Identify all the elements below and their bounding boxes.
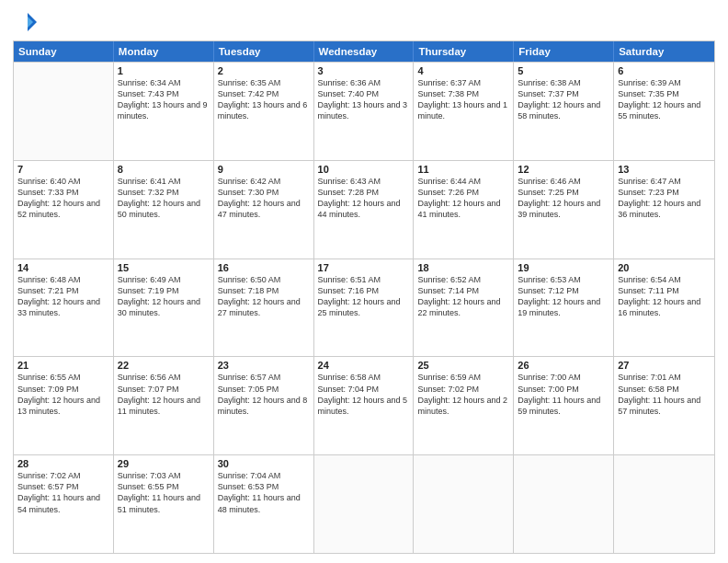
cell-info: Sunrise: 7:02 AMSunset: 6:57 PMDaylight:…: [17, 470, 109, 515]
cell-info: Sunrise: 6:40 AMSunset: 7:33 PMDaylight:…: [17, 176, 109, 221]
day-number: 4: [417, 65, 509, 76]
cell-info: Sunrise: 6:35 AMSunset: 7:42 PMDaylight:…: [218, 77, 310, 122]
cell-info: Sunrise: 7:00 AMSunset: 7:00 PMDaylight:…: [518, 372, 609, 417]
calendar-cell: 2Sunrise: 6:35 AMSunset: 7:42 PMDaylight…: [214, 63, 314, 160]
calendar-cell: 23Sunrise: 6:57 AMSunset: 7:05 PMDayligh…: [214, 357, 314, 454]
day-header-wednesday: Wednesday: [314, 41, 415, 62]
calendar-cell: 3Sunrise: 6:36 AMSunset: 7:40 PMDaylight…: [314, 63, 415, 160]
day-number: 8: [118, 164, 210, 175]
calendar-header: SundayMondayTuesdayWednesdayThursdayFrid…: [14, 41, 714, 62]
header: [13, 9, 715, 35]
cell-info: Sunrise: 6:58 AMSunset: 7:04 PMDaylight:…: [318, 372, 410, 417]
day-number: 30: [218, 458, 310, 469]
calendar-cell: 24Sunrise: 6:58 AMSunset: 7:04 PMDayligh…: [314, 357, 415, 454]
day-number: 18: [417, 262, 509, 273]
day-number: 14: [17, 262, 109, 273]
day-number: 3: [318, 65, 410, 76]
cell-info: Sunrise: 6:55 AMSunset: 7:09 PMDaylight:…: [17, 372, 109, 417]
cell-info: Sunrise: 6:39 AMSunset: 7:35 PMDaylight:…: [618, 77, 711, 122]
day-number: 1: [118, 65, 210, 76]
day-number: 20: [618, 262, 711, 273]
calendar-cell: 4Sunrise: 6:37 AMSunset: 7:38 PMDaylight…: [414, 63, 514, 160]
calendar-cell: 28Sunrise: 7:02 AMSunset: 6:57 PMDayligh…: [14, 455, 114, 553]
calendar-cell: 1Sunrise: 6:34 AMSunset: 7:43 PMDaylight…: [114, 63, 214, 160]
calendar-cell: [514, 455, 614, 553]
calendar-cell: [314, 455, 415, 553]
day-number: 7: [17, 164, 109, 175]
day-number: 15: [118, 262, 210, 273]
calendar-week-1: 1Sunrise: 6:34 AMSunset: 7:43 PMDaylight…: [14, 62, 714, 160]
day-header-tuesday: Tuesday: [214, 41, 314, 62]
cell-info: Sunrise: 6:52 AMSunset: 7:14 PMDaylight:…: [417, 274, 509, 319]
day-number: 24: [318, 360, 410, 371]
logo-icon: [13, 9, 39, 35]
day-number: 9: [218, 164, 310, 175]
day-number: 28: [17, 458, 109, 469]
day-number: 21: [17, 360, 109, 371]
day-number: 13: [618, 164, 711, 175]
cell-info: Sunrise: 6:49 AMSunset: 7:19 PMDaylight:…: [118, 274, 210, 319]
cell-info: Sunrise: 6:53 AMSunset: 7:12 PMDaylight:…: [518, 274, 609, 319]
calendar-cell: [14, 63, 114, 160]
calendar-week-4: 21Sunrise: 6:55 AMSunset: 7:09 PMDayligh…: [14, 356, 714, 454]
day-number: 16: [218, 262, 310, 273]
cell-info: Sunrise: 6:41 AMSunset: 7:32 PMDaylight:…: [118, 176, 210, 221]
day-number: 11: [417, 164, 509, 175]
calendar-cell: 12Sunrise: 6:46 AMSunset: 7:25 PMDayligh…: [514, 161, 614, 259]
calendar-week-5: 28Sunrise: 7:02 AMSunset: 6:57 PMDayligh…: [14, 454, 714, 553]
cell-info: Sunrise: 7:04 AMSunset: 6:53 PMDaylight:…: [218, 470, 310, 515]
calendar-cell: 29Sunrise: 7:03 AMSunset: 6:55 PMDayligh…: [114, 455, 214, 553]
calendar-week-3: 14Sunrise: 6:48 AMSunset: 7:21 PMDayligh…: [14, 259, 714, 357]
day-number: 6: [618, 65, 711, 76]
cell-info: Sunrise: 6:57 AMSunset: 7:05 PMDaylight:…: [218, 372, 310, 417]
day-number: 23: [218, 360, 310, 371]
cell-info: Sunrise: 6:59 AMSunset: 7:02 PMDaylight:…: [417, 372, 509, 417]
day-number: 27: [618, 360, 711, 371]
calendar-cell: 7Sunrise: 6:40 AMSunset: 7:33 PMDaylight…: [14, 161, 114, 259]
calendar-page: SundayMondayTuesdayWednesdayThursdayFrid…: [0, 0, 728, 563]
calendar-cell: 25Sunrise: 6:59 AMSunset: 7:02 PMDayligh…: [414, 357, 514, 454]
calendar-week-2: 7Sunrise: 6:40 AMSunset: 7:33 PMDaylight…: [14, 160, 714, 259]
day-number: 2: [218, 65, 310, 76]
calendar-cell: 17Sunrise: 6:51 AMSunset: 7:16 PMDayligh…: [314, 259, 415, 357]
day-number: 22: [118, 360, 210, 371]
day-number: 12: [518, 164, 609, 175]
calendar-cell: 9Sunrise: 6:42 AMSunset: 7:30 PMDaylight…: [214, 161, 314, 259]
day-header-sunday: Sunday: [14, 41, 114, 62]
calendar-cell: 6Sunrise: 6:39 AMSunset: 7:35 PMDaylight…: [614, 63, 714, 160]
calendar-cell: 10Sunrise: 6:43 AMSunset: 7:28 PMDayligh…: [314, 161, 415, 259]
day-number: 29: [118, 458, 210, 469]
calendar-cell: 15Sunrise: 6:49 AMSunset: 7:19 PMDayligh…: [114, 259, 214, 357]
day-number: 17: [318, 262, 410, 273]
cell-info: Sunrise: 6:56 AMSunset: 7:07 PMDaylight:…: [118, 372, 210, 417]
calendar-cell: 8Sunrise: 6:41 AMSunset: 7:32 PMDaylight…: [114, 161, 214, 259]
day-header-saturday: Saturday: [614, 41, 714, 62]
cell-info: Sunrise: 6:43 AMSunset: 7:28 PMDaylight:…: [318, 176, 410, 221]
calendar-cell: 5Sunrise: 6:38 AMSunset: 7:37 PMDaylight…: [514, 63, 614, 160]
cell-info: Sunrise: 6:46 AMSunset: 7:25 PMDaylight:…: [518, 176, 609, 221]
calendar-cell: 30Sunrise: 7:04 AMSunset: 6:53 PMDayligh…: [214, 455, 314, 553]
day-number: 19: [518, 262, 609, 273]
logo: [13, 9, 42, 35]
cell-info: Sunrise: 6:37 AMSunset: 7:38 PMDaylight:…: [417, 77, 509, 122]
calendar-cell: [614, 455, 714, 553]
cell-info: Sunrise: 6:47 AMSunset: 7:23 PMDaylight:…: [618, 176, 711, 221]
calendar-cell: 26Sunrise: 7:00 AMSunset: 7:00 PMDayligh…: [514, 357, 614, 454]
calendar: SundayMondayTuesdayWednesdayThursdayFrid…: [13, 40, 715, 554]
cell-info: Sunrise: 6:48 AMSunset: 7:21 PMDaylight:…: [17, 274, 109, 319]
calendar-cell: 13Sunrise: 6:47 AMSunset: 7:23 PMDayligh…: [614, 161, 714, 259]
cell-info: Sunrise: 6:51 AMSunset: 7:16 PMDaylight:…: [318, 274, 410, 319]
calendar-body: 1Sunrise: 6:34 AMSunset: 7:43 PMDaylight…: [14, 62, 714, 553]
calendar-cell: 16Sunrise: 6:50 AMSunset: 7:18 PMDayligh…: [214, 259, 314, 357]
cell-info: Sunrise: 6:44 AMSunset: 7:26 PMDaylight:…: [417, 176, 509, 221]
calendar-cell: 21Sunrise: 6:55 AMSunset: 7:09 PMDayligh…: [14, 357, 114, 454]
day-header-thursday: Thursday: [414, 41, 514, 62]
calendar-cell: 11Sunrise: 6:44 AMSunset: 7:26 PMDayligh…: [414, 161, 514, 259]
calendar-cell: 22Sunrise: 6:56 AMSunset: 7:07 PMDayligh…: [114, 357, 214, 454]
day-number: 10: [318, 164, 410, 175]
cell-info: Sunrise: 7:01 AMSunset: 6:58 PMDaylight:…: [618, 372, 711, 417]
day-number: 5: [518, 65, 609, 76]
day-number: 26: [518, 360, 609, 371]
cell-info: Sunrise: 6:54 AMSunset: 7:11 PMDaylight:…: [618, 274, 711, 319]
calendar-cell: 27Sunrise: 7:01 AMSunset: 6:58 PMDayligh…: [614, 357, 714, 454]
